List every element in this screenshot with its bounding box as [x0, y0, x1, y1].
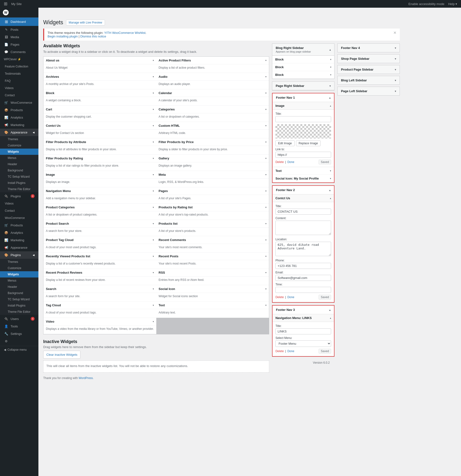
image-done-link[interactable]: Done [287, 160, 294, 164]
close-icon[interactable]: ✕ [393, 31, 396, 35]
widget-pages: Pages ▾ A list of your site's Pages. [156, 187, 269, 204]
sidebar-item-comments[interactable]: 💬Comments [0, 48, 38, 56]
contct-done-link[interactable]: Done [287, 296, 294, 299]
replace-image-button[interactable]: Replace Image [296, 140, 321, 146]
sidebar-item-appearance2[interactable]: 🎨Plugins◀ [0, 251, 38, 259]
sidebar-sub-tc-setup[interactable]: TC Setup Wizard [0, 174, 38, 180]
sidebar-product-page: Product Page Sidebar ▾ [337, 65, 400, 74]
sidebar-sub-theme-file-editor[interactable]: Theme File Editor [0, 186, 38, 192]
sidebar-item-feature-collection[interactable]: Feature Collection [0, 63, 38, 70]
contct-title-input[interactable] [275, 209, 331, 215]
sidebar-item-appearance[interactable]: 🎨Appearance◀ [0, 129, 38, 136]
sidebar-sub-widgets[interactable]: Widgets [0, 149, 38, 155]
sidebar-item-analytics[interactable]: 📊Analytics [0, 114, 38, 121]
sidebar-sub-header2[interactable]: Header [0, 284, 38, 290]
footer-nav-2-contct-us-widget: Contct Us ▴ Title: Content: [273, 195, 334, 302]
nav-delete-link[interactable]: Delete [275, 349, 284, 353]
dismiss-notice-link[interactable]: Dismiss this notice [80, 34, 106, 38]
wp-logo-icon[interactable]: ⊞ [4, 1, 8, 7]
sidebar-item-plugins2[interactable]: 🔌Users4 [0, 315, 38, 323]
sidebar-item-products[interactable]: 📦Products [0, 106, 38, 114]
sidebar-item-users[interactable]: 👤Tools [0, 323, 38, 330]
sidebar-sub-install-plugins2[interactable]: Install Plugins [0, 302, 38, 309]
sidebar-sub-background[interactable]: Background [0, 167, 38, 174]
sidebar-item-analytics2[interactable]: 📊Marketing [0, 237, 38, 244]
sidebar-item-media[interactable]: 🖼Media [0, 33, 38, 41]
contct-content-input[interactable] [275, 221, 331, 235]
sidebar-item-pages[interactable]: 📄Pages [0, 41, 38, 48]
nav-done-link[interactable]: Done [287, 349, 294, 353]
wordpress-link[interactable]: WordPress. [78, 376, 94, 380]
sidebar-item-contact2[interactable]: WooCommerce [0, 214, 38, 221]
clear-inactive-button[interactable]: Clear inactive Widgets [43, 351, 80, 359]
sidebar-item-posts[interactable]: ✎Posts [0, 26, 38, 33]
sidebar-item-videos2[interactable]: Contact [0, 207, 38, 214]
image-saved-indicator: Saved [319, 160, 331, 164]
install-plugin-link[interactable]: Begin installing plugin [48, 34, 78, 38]
chevron-down-icon: ▾ [265, 141, 266, 143]
edit-image-button[interactable]: Edit Image [275, 140, 294, 146]
help-link[interactable]: Help ▾ [448, 2, 457, 6]
sidebar-sub-menus[interactable]: Menus [0, 155, 38, 161]
blog-right-sidebar: Blog Right Sidebar Appears on blog page … [272, 43, 334, 79]
sidebar-sub-install-plugins[interactable]: Install Plugins [0, 180, 38, 186]
manage-live-button[interactable]: Manage with Live Preview [66, 20, 105, 26]
sidebar-item-faq[interactable]: FAQ [0, 77, 38, 85]
sidebar-sub-header[interactable]: Header [0, 161, 38, 167]
contct-email-input[interactable] [275, 275, 331, 281]
sidebar-item-settings[interactable]: ⚙ [0, 338, 38, 345]
sidebar-item-tools[interactable]: 🔧Settings [0, 330, 38, 338]
widget-meta: Meta ▾ Login, RSS, & WordPress.org links… [156, 171, 269, 187]
widget-contct-us: Contct Us ▾ Widget for Contact Us sectio… [43, 122, 156, 138]
sidebar-sub-customize[interactable]: Customize [0, 142, 38, 149]
contct-time-input[interactable] [275, 287, 331, 293]
sidebar-sub-themes[interactable]: Themes [0, 136, 38, 142]
sidebar-item-contact[interactable]: Contact [0, 92, 38, 99]
link-to-input[interactable] [275, 152, 331, 158]
sidebar-item-dashboard[interactable]: ⊞Dashboard [0, 17, 38, 26]
widget-product-search: Product Search ▾ A search form for your … [43, 220, 156, 236]
sidebar-item-woocommerce[interactable]: 🛒WooCommerce [0, 99, 38, 106]
chevron-down-icon: ▾ [265, 108, 266, 111]
sidebar-sub-customize2[interactable]: Customize [0, 265, 38, 271]
sidebar-sub-menus2[interactable]: Menus [0, 278, 38, 284]
contct-delete-link[interactable]: Delete [275, 296, 284, 299]
widget-gallery: Gallery ▾ Displays an image gallery. [156, 155, 269, 171]
right-sidebars-panel: Footer Nav 4 ▾ Shop Page Sidebar ▾ [337, 43, 400, 380]
chevron-down-icon: ▾ [265, 222, 266, 225]
widget-filter-by-price: Filter Products by Price ▾ Display a sli… [156, 138, 269, 155]
sidebar-sub-background2[interactable]: Background [0, 290, 38, 296]
sidebar-item-woocommerce2[interactable]: 🛒Products [0, 221, 38, 229]
sidebar-item-wpclever[interactable]: WPClever ⚡ [0, 56, 38, 63]
sidebar-sub-tc-setup2[interactable]: TC Setup Wizard [0, 296, 38, 302]
widget-product-categories: Product Categories ▾ A list or dropdown … [43, 204, 156, 220]
nav-title-input[interactable] [275, 328, 331, 334]
chevron-down-icon: ▾ [265, 288, 266, 290]
sidebar-item-products2[interactable]: 📦Analytics [0, 229, 38, 237]
widget-filter-by-attribute: Filter Products by Attribute ▾ Display a… [43, 138, 156, 155]
sidebar-sub-widgets2[interactable]: Widgets [0, 271, 38, 278]
chevron-down-icon: ▾ [153, 238, 154, 241]
sidebar-footer-nav-4: Footer Nav 4 ▾ [337, 43, 400, 52]
site-name[interactable]: My Site [11, 2, 22, 6]
accessibility-link[interactable]: Enable accessibility mode [409, 2, 444, 6]
contct-location-input[interactable]: 625, david dikate road Adventure Land. [275, 242, 331, 256]
contct-phone-group: Phone: [275, 259, 331, 269]
sidebar-sub-themes2[interactable]: Themes [0, 259, 38, 265]
sidebar-item-marketing2[interactable]: 📢Appearance [0, 244, 38, 251]
sidebar-item-marketing[interactable]: 📢Marketing [0, 121, 38, 129]
sidebar-item-plugins[interactable]: 🔌Plugins4 [0, 192, 38, 200]
collapse-menu-button[interactable]: ◀ Collapse menu [0, 346, 38, 353]
chevron-down-icon: ▾ [265, 75, 266, 78]
sidebar-item-testimonials[interactable]: Testimonials [0, 70, 38, 77]
plugin-link[interactable]: YITH WooCommerce Wishlist [104, 31, 145, 34]
image-title-input[interactable] [275, 116, 331, 122]
sidebar-sub-theme-file-editor2[interactable]: Theme File Editor [0, 309, 38, 315]
page-header: Widgets Manage with Live Preview [43, 19, 400, 26]
image-action-buttons: Edit Image Replace Image [275, 140, 331, 146]
sidebar-item-videos[interactable]: Videos [0, 85, 38, 92]
sidebar-item-faq2[interactable]: Videos [0, 200, 38, 207]
image-delete-link[interactable]: Delete [275, 160, 284, 164]
nav-select-menu-input[interactable]: Footer Menu [275, 340, 331, 347]
contct-phone-input[interactable] [275, 263, 331, 269]
